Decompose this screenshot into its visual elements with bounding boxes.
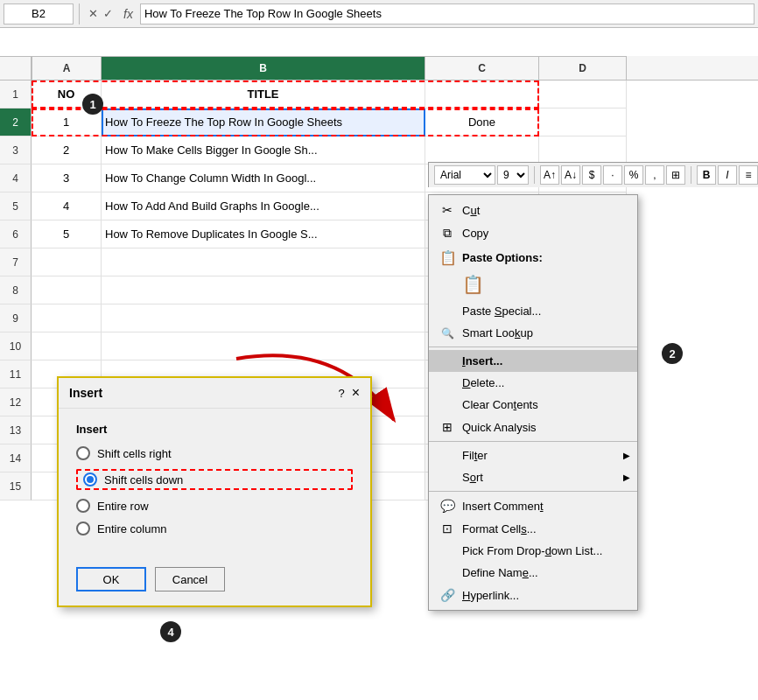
row-header-15[interactable]: 15	[0, 472, 32, 500]
ctx-hyperlink[interactable]: 🔗 Hyperlink...	[429, 584, 637, 606]
ctx-define-name[interactable]: Define Name...	[429, 562, 637, 584]
row-header-9[interactable]: 9	[0, 304, 32, 332]
row-header-6[interactable]: 6	[0, 220, 32, 248]
cell-2-D[interactable]	[539, 108, 627, 136]
align-btn[interactable]: ≡	[739, 165, 758, 185]
cell-1-C[interactable]	[425, 80, 539, 108]
dialog-question-mark[interactable]: ?	[338, 387, 344, 400]
cell-3-C[interactable]	[425, 136, 539, 164]
radio-shift-right[interactable]: Shift cells right	[76, 446, 353, 460]
currency-btn[interactable]: $	[582, 165, 601, 185]
comma-btn[interactable]: ,	[645, 165, 664, 185]
cell-2-C[interactable]: Done	[425, 108, 539, 136]
spreadsheet: ✕ ✓ fx A B C D 1NOTITLE21How To Freeze T…	[0, 0, 758, 700]
paste-clipboard-icon[interactable]: 📋	[462, 275, 484, 294]
paste-icon-area: 📋	[429, 270, 637, 300]
ctx-copy[interactable]: ⧉ Copy	[429, 221, 637, 245]
paste-icon: 📋	[439, 249, 455, 266]
col-header-B[interactable]: B	[102, 56, 425, 80]
font-select[interactable]: Arial	[434, 165, 495, 185]
row-header-2[interactable]: 2	[0, 108, 32, 136]
radio-shift-right-circle	[76, 446, 90, 460]
grid-row-1: 1NOTITLE	[0, 80, 758, 108]
cancel-button[interactable]: Cancel	[155, 567, 225, 592]
radio-entire-column[interactable]: Entire column	[76, 522, 353, 536]
cancel-icon[interactable]: ✕	[88, 7, 98, 20]
ctx-format-cells[interactable]: ⊡ Format Cells...	[429, 517, 637, 540]
ctx-paste-special-label: Paste Special...	[462, 304, 627, 318]
cell-9-B[interactable]	[102, 304, 425, 332]
ctx-filter[interactable]: Filter	[429, 444, 637, 466]
cell-3-B[interactable]: How To Make Cells Bigger In Google Sh...	[102, 136, 425, 164]
row-header-7[interactable]: 7	[0, 248, 32, 276]
ctx-insert[interactable]: Insert...	[429, 350, 637, 372]
bold-btn[interactable]: B	[697, 165, 716, 185]
col-header-D[interactable]: D	[539, 56, 627, 80]
cell-10-B[interactable]	[102, 332, 425, 360]
ctx-delete[interactable]: Delete...	[429, 372, 637, 394]
decrease-font-btn[interactable]: A↓	[561, 165, 580, 185]
row-header-12[interactable]: 12	[0, 388, 32, 416]
cell-8-A[interactable]	[32, 276, 102, 304]
row-header-14[interactable]: 14	[0, 444, 32, 472]
ctx-cut[interactable]: ✂ Cut	[429, 199, 637, 221]
ok-label: OK	[103, 573, 120, 586]
ctx-delete-label: Delete...	[462, 376, 627, 389]
ctx-insert-comment[interactable]: 💬 Insert Comment	[429, 494, 637, 517]
formula-input[interactable]	[140, 4, 754, 24]
cell-2-B[interactable]: How To Freeze The Top Row In Google Shee…	[102, 108, 425, 136]
cell-4-A[interactable]: 3	[32, 164, 102, 192]
row-header-10[interactable]: 10	[0, 332, 32, 360]
cell-7-A[interactable]	[32, 248, 102, 276]
ctx-sort[interactable]: Sort	[429, 466, 637, 488]
col-header-A[interactable]: A	[32, 56, 102, 80]
confirm-icon[interactable]: ✓	[103, 7, 113, 20]
ctx-quick-analysis[interactable]: ⊞ Quick Analysis	[429, 416, 637, 438]
italic-btn[interactable]: I	[718, 165, 737, 185]
row-header-13[interactable]: 13	[0, 416, 32, 444]
cell-3-D[interactable]	[539, 136, 627, 164]
row-header-11[interactable]: 11	[0, 360, 32, 388]
smart-lookup-icon: 🔍	[439, 327, 455, 340]
ctx-format-label: Format Cells...	[462, 522, 627, 536]
cell-10-A[interactable]	[32, 332, 102, 360]
cancel-label: Cancel	[172, 573, 207, 586]
cell-5-B[interactable]: How To Add And Build Graphs In Google...	[102, 192, 425, 220]
dialog-close-btn[interactable]: ×	[352, 385, 360, 401]
ok-button[interactable]: OK	[76, 567, 146, 592]
ctx-cut-label: Cut	[462, 204, 627, 217]
cell-4-B[interactable]: How To Change Column Width In Googl...	[102, 164, 425, 192]
ctx-pick-dropdown[interactable]: Pick From Drop-down List...	[429, 540, 637, 562]
dialog-body: Insert Shift cells right Shift cells dow…	[59, 409, 370, 558]
cell-6-B[interactable]: How To Remove Duplicates In Google S...	[102, 220, 425, 248]
row-header-1[interactable]: 1	[0, 80, 32, 108]
size-select[interactable]: 9	[497, 165, 529, 185]
ctx-paste-special[interactable]: Paste Special...	[429, 300, 637, 322]
increase-font-btn[interactable]: A↑	[540, 165, 559, 185]
grid-row-6: 65How To Remove Duplicates In Google S..…	[0, 220, 758, 248]
dot-btn[interactable]: ·	[603, 165, 622, 185]
radio-entire-row[interactable]: Entire row	[76, 499, 353, 513]
cell-6-A[interactable]: 5	[32, 220, 102, 248]
cell-reference-input[interactable]	[4, 4, 74, 24]
border-btn[interactable]: ⊞	[666, 165, 685, 185]
cell-7-B[interactable]	[102, 248, 425, 276]
ctx-smart-lookup[interactable]: 🔍 Smart Lookup	[429, 322, 637, 344]
percent-btn[interactable]: %	[624, 165, 643, 185]
ctx-clear-contents[interactable]: Clear Contents	[429, 394, 637, 416]
row-header-4[interactable]: 4	[0, 164, 32, 192]
row-header-5[interactable]: 5	[0, 192, 32, 220]
hyperlink-icon: 🔗	[439, 588, 455, 602]
cell-8-B[interactable]	[102, 276, 425, 304]
cell-9-A[interactable]	[32, 304, 102, 332]
col-header-C[interactable]: C	[425, 56, 539, 80]
cell-5-A[interactable]: 4	[32, 192, 102, 220]
cell-1-D[interactable]	[539, 80, 627, 108]
ctx-sep-1	[429, 346, 637, 347]
radio-shift-down[interactable]: Shift cells down	[76, 469, 353, 490]
row-header-8[interactable]: 8	[0, 276, 32, 304]
row-header-3[interactable]: 3	[0, 136, 32, 164]
dialog-title: Insert	[69, 386, 102, 400]
cell-3-A[interactable]: 2	[32, 136, 102, 164]
cell-1-B[interactable]: TITLE	[102, 80, 425, 108]
